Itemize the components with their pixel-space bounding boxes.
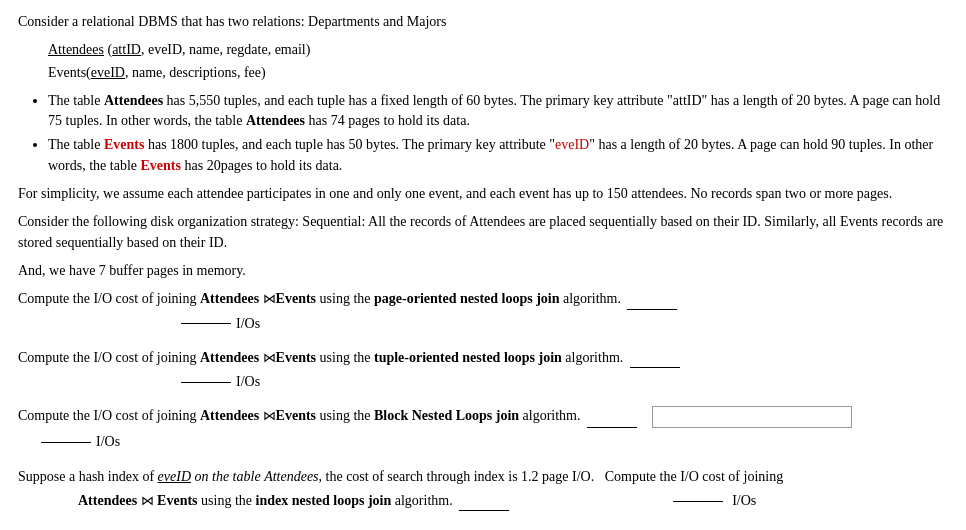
bullet-list: The table Attendees has 5,550 tuples, an…: [48, 91, 948, 176]
q1-ios-label: I/Os: [236, 314, 260, 334]
intro-line: Consider a relational DBMS that has two …: [18, 12, 948, 32]
q2-block: Compute the I/O cost of joining Attendee…: [18, 348, 948, 393]
q4-spacer: [516, 491, 666, 511]
q4-ios-label: I/Os: [732, 491, 756, 511]
main-content: Consider a relational DBMS that has two …: [18, 12, 948, 511]
events-label: Events(eveID, name, descriptions, fee): [48, 65, 266, 80]
bullet-2: The table Events has 1800 tuples, and ea…: [48, 135, 948, 176]
q4-blank: [459, 510, 509, 511]
intro-text: Consider a relational DBMS that has two …: [18, 14, 446, 29]
att-fields: (attID, eveID, name, regdate, email): [107, 42, 310, 57]
q4-answer-blank: [673, 501, 723, 502]
q4-line2: Attendees ⋈ Events using the index neste…: [58, 491, 948, 511]
q1-block: Compute the I/O cost of joining Attendee…: [18, 289, 948, 334]
q4-block: Suppose a hash index of eveID on the tab…: [18, 467, 948, 512]
q2-question: Compute the I/O cost of joining Attendee…: [18, 348, 948, 368]
q2-answer-line: I/Os: [178, 372, 948, 392]
q3-question: Compute the I/O cost of joining Attendee…: [18, 406, 948, 428]
q2-answer-blank: [181, 382, 231, 383]
para3: And, we have 7 buffer pages in memory.: [18, 261, 948, 281]
q1-answer-blank: [181, 323, 231, 324]
att-label: Attendees: [48, 42, 104, 57]
bullet-1: The table Attendees has 5,550 tuples, an…: [48, 91, 948, 132]
q4-text2: Attendees ⋈ Events using the index neste…: [78, 491, 512, 511]
q1-answer-line: I/Os: [178, 314, 948, 334]
q1-blank: [627, 309, 677, 310]
schema-events: Events(eveID, name, descriptions, fee): [48, 63, 948, 83]
q3-answer-line: I/Os: [38, 432, 948, 452]
q3-blank: [587, 427, 637, 428]
q3-block: Compute the I/O cost of joining Attendee…: [18, 406, 948, 452]
q3-answer-blank: [41, 442, 91, 443]
q1-question: Compute the I/O cost of joining Attendee…: [18, 289, 948, 309]
para1: For simplicity, we assume each attendee …: [18, 184, 948, 204]
q2-ios-label: I/Os: [236, 372, 260, 392]
q3-ios-label: I/Os: [96, 432, 120, 452]
para2: Consider the following disk organization…: [18, 212, 948, 253]
q3-input-box[interactable]: [652, 406, 852, 428]
schema-block: Attendees (attID, eveID, name, regdate, …: [48, 40, 948, 83]
schema-attendees: Attendees (attID, eveID, name, regdate, …: [48, 40, 948, 60]
q4-line1: Suppose a hash index of eveID on the tab…: [18, 467, 948, 487]
q2-blank: [630, 367, 680, 368]
